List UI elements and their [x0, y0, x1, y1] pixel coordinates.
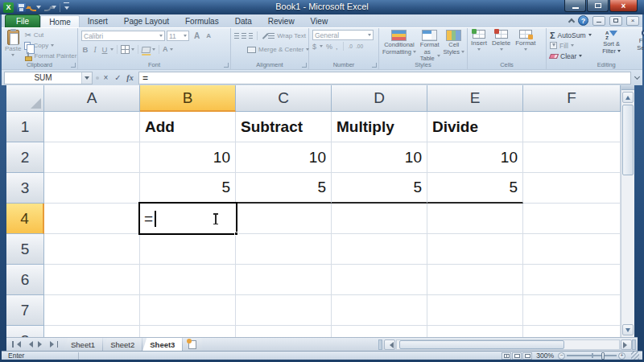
tab-page-layout[interactable]: Page Layout [116, 15, 177, 27]
row-header-1[interactable]: 1 [6, 112, 44, 142]
borders-button[interactable] [121, 45, 130, 54]
orientation-icon[interactable] [262, 32, 266, 39]
workbook-restore-button[interactable] [609, 16, 622, 26]
conditional-formatting-button[interactable]: Conditional Formatting [382, 30, 416, 63]
cell-A1[interactable] [44, 112, 140, 142]
zoom-out-button[interactable]: − [558, 352, 565, 360]
cell-D7[interactable] [332, 295, 427, 326]
cell-E7[interactable] [427, 295, 523, 326]
wrap-text-button[interactable]: Wrap Text [268, 31, 306, 41]
sheet-tab-sheet1[interactable]: Sheet1 [64, 338, 103, 351]
cell-A7[interactable] [44, 295, 140, 326]
zoom-level[interactable]: 300% [536, 352, 554, 360]
customize-qat-button[interactable] [64, 2, 69, 13]
row-header-8[interactable]: 8 [6, 326, 44, 337]
font-size-select[interactable]: 11 [167, 31, 189, 41]
insert-worksheet-button[interactable] [183, 338, 202, 351]
workbook-close-button[interactable]: × [626, 16, 639, 26]
page-layout-view-button[interactable] [512, 352, 522, 360]
column-header-F[interactable]: F [523, 85, 621, 112]
cell-E2[interactable]: 10 [427, 142, 523, 173]
cell-D8[interactable] [332, 326, 427, 337]
align-middle-icon[interactable] [242, 33, 246, 39]
format-as-table-button[interactable]: Format as Table [419, 30, 440, 63]
scrollbar-split-handle[interactable] [621, 85, 634, 90]
row-header-4[interactable]: 4 [6, 204, 44, 234]
cell-B2[interactable]: 10 [140, 142, 236, 173]
horizontal-scrollbar[interactable] [378, 339, 638, 351]
cell-D1[interactable]: Multiply [332, 112, 427, 142]
select-all-corner[interactable] [6, 85, 44, 112]
tab-data[interactable]: Data [227, 15, 260, 27]
grow-font-button[interactable]: A [194, 31, 200, 40]
insert-function-button[interactable]: fx [125, 72, 135, 84]
cell-F4[interactable] [523, 204, 621, 234]
column-header-A[interactable]: A [44, 85, 140, 112]
column-header-B[interactable]: B [140, 85, 236, 112]
cut-button[interactable]: ✂Cut [24, 30, 76, 40]
underline-button[interactable]: U [101, 45, 109, 54]
format-cells-button[interactable]: Format [515, 30, 535, 52]
cell-E6[interactable] [427, 265, 523, 295]
column-header-D[interactable]: D [332, 85, 427, 112]
font-name-select[interactable]: Calibri [81, 31, 165, 41]
scroll-up-button[interactable] [622, 92, 634, 103]
tab-split-handle-right[interactable] [632, 339, 636, 350]
cell-A4[interactable] [44, 204, 140, 234]
last-sheet-button[interactable] [50, 341, 59, 348]
dialog-launcher-icon[interactable] [71, 63, 76, 68]
cell-E3[interactable]: 5 [427, 173, 523, 204]
minimize-ribbon-icon[interactable] [568, 19, 575, 25]
cell-styles-button[interactable]: Cell Styles [444, 30, 464, 63]
excel-app-icon[interactable]: X [3, 2, 14, 13]
cell-F7[interactable] [523, 295, 621, 326]
cell-F1[interactable] [523, 112, 621, 142]
cell-F3[interactable] [523, 173, 621, 204]
page-break-view-button[interactable] [522, 352, 532, 360]
number-format-select[interactable]: General [312, 30, 374, 40]
zoom-in-button[interactable]: + [618, 352, 625, 360]
cell-C4[interactable] [236, 204, 332, 234]
cell-B3[interactable]: 5 [140, 173, 236, 204]
previous-sheet-button[interactable] [26, 341, 33, 348]
enter-button[interactable]: ✓ [113, 72, 123, 84]
cell-C8[interactable] [236, 326, 332, 337]
zoom-thumb[interactable] [601, 352, 605, 360]
sort-filter-button[interactable]: AZ Sort & Filter [596, 30, 628, 61]
shrink-font-button[interactable]: A [206, 32, 211, 39]
tab-formulas[interactable]: Formulas [177, 15, 227, 27]
align-top-icon[interactable] [234, 33, 239, 39]
cell-E5[interactable] [427, 234, 523, 265]
redo-button[interactable] [44, 3, 56, 11]
tab-review[interactable]: Review [260, 15, 303, 27]
first-sheet-button[interactable] [12, 341, 21, 348]
cell-D4[interactable] [332, 204, 427, 234]
fill-handle[interactable] [234, 232, 238, 236]
sheet-tab-sheet2[interactable]: Sheet2 [103, 338, 142, 351]
cell-F6[interactable] [523, 265, 621, 295]
cell-B6[interactable] [140, 265, 236, 295]
tab-split-handle[interactable] [378, 339, 382, 350]
cell-A6[interactable] [44, 265, 140, 295]
scroll-left-button[interactable] [384, 339, 395, 350]
sheet-tab-sheet3[interactable]: Sheet3 [142, 338, 183, 351]
align-bottom-icon[interactable] [249, 33, 254, 39]
cell-E1[interactable]: Divide [427, 112, 523, 142]
cancel-button[interactable]: × [101, 72, 111, 84]
cell-F2[interactable] [523, 142, 621, 173]
cell-C6[interactable] [236, 265, 332, 295]
row-header-7[interactable]: 7 [6, 295, 44, 326]
cell-B5[interactable] [140, 234, 236, 265]
comma-style-button[interactable]: , [336, 43, 338, 51]
active-cell-B4[interactable]: = [138, 202, 237, 235]
cell-A8[interactable] [44, 326, 140, 337]
cell-A3[interactable] [44, 173, 140, 204]
row-header-6[interactable]: 6 [6, 265, 44, 295]
zoom-track[interactable] [567, 355, 617, 356]
dialog-launcher-icon[interactable] [372, 63, 377, 68]
column-header-E[interactable]: E [427, 85, 523, 112]
expand-formula-bar-button[interactable] [631, 75, 642, 81]
merge-center-button[interactable]: Merge & Center [247, 44, 309, 55]
cell-B1[interactable]: Add [140, 112, 236, 142]
cell-D5[interactable] [332, 234, 427, 265]
